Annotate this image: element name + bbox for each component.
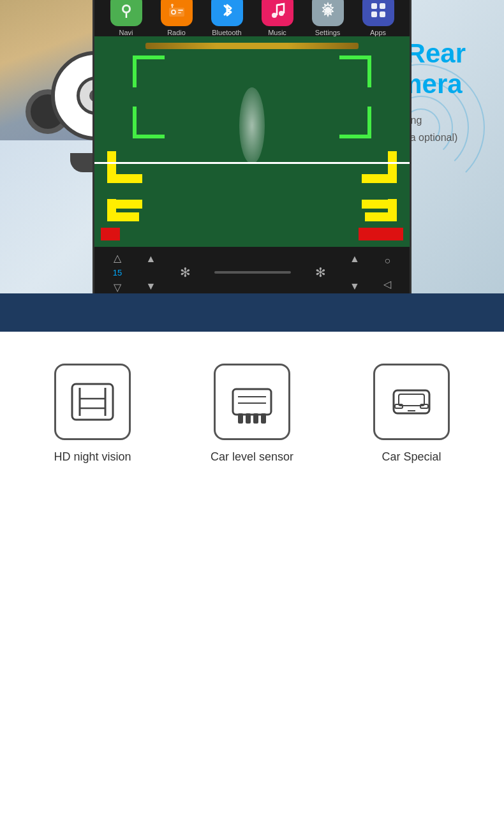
car-sensor-icon-box (214, 364, 290, 440)
features-section: HD night vision Car level sensor (0, 332, 504, 489)
navi-label: Navi (119, 29, 133, 36)
svg-line-11 (277, 4, 284, 5)
svg-rect-24 (246, 413, 251, 424)
svg-rect-30 (399, 394, 424, 406)
bluetooth-icon (211, 0, 243, 26)
app-apps[interactable]: Apps (356, 0, 401, 36)
svg-rect-26 (261, 413, 266, 424)
top-section: Support Rear View Camera Support Univers… (0, 0, 504, 293)
svg-rect-15 (371, 11, 377, 17)
bottom-controls: △ 15 ▽ ▲ ▼ ✻ ✻ ▲ ▼ ○ (94, 247, 410, 293)
volume-slider[interactable] (214, 271, 291, 274)
app-settings[interactable]: Settings (306, 0, 350, 36)
bracket-mr (339, 107, 371, 138)
svg-rect-23 (238, 413, 243, 424)
feature-car-sensor: Car level sensor (188, 364, 316, 464)
feature-hd-night: HD night vision (29, 364, 156, 464)
hd-night-label: HD night vision (54, 450, 131, 464)
yellow-left-5 (107, 212, 139, 221)
apps-label: Apps (370, 29, 386, 36)
bracket-tl (133, 55, 165, 87)
home-icon[interactable]: ○ (384, 255, 390, 267)
settings-icon (312, 0, 344, 26)
car-sensor-label: Car level sensor (211, 450, 293, 464)
radio-label: Radio (167, 29, 186, 36)
volume-control-left[interactable]: △ 15 ▽ (113, 252, 122, 293)
nav-down-icon[interactable]: ▼ (350, 281, 360, 292)
camera-feed (94, 36, 410, 247)
app-navi[interactable]: Navi (104, 0, 149, 36)
app-radio[interactable]: Radio (154, 0, 199, 36)
svg-point-4 (172, 11, 175, 13)
hd-night-icon-box (54, 364, 131, 440)
light-reflection (239, 87, 265, 164)
nav-control-right[interactable]: ▲ ▼ (350, 253, 360, 292)
yellow-right-5 (365, 212, 397, 221)
svg-rect-6 (178, 12, 181, 13)
screen-mock: ◀ ⊟ ⬇ 📶 🚫 09:31 ⌃ ▭ (93, 0, 411, 293)
top-rod (145, 43, 359, 49)
svg-rect-5 (178, 10, 183, 11)
radio-icon (161, 0, 193, 26)
svg-rect-25 (253, 413, 258, 424)
svg-point-7 (171, 4, 174, 6)
system-buttons: ○ ◁ (383, 255, 391, 290)
vol-up-solid-icon[interactable]: ▲ (146, 253, 156, 265)
vol-up-outline-icon[interactable]: △ (114, 252, 121, 264)
svg-point-1 (124, 6, 129, 11)
middle-band (0, 293, 504, 332)
volume-number: 15 (113, 268, 122, 277)
fan-right-icon[interactable]: ✻ (315, 265, 326, 280)
bracket-ml (133, 107, 165, 138)
bracket-tr (339, 55, 371, 87)
svg-rect-16 (380, 11, 385, 17)
navi-icon (110, 0, 142, 26)
back-nav-icon[interactable]: ◁ (383, 278, 391, 290)
bluetooth-label: Bluetooth (212, 29, 241, 36)
volume-control-solid[interactable]: ▲ ▼ (146, 253, 156, 292)
app-music[interactable]: Music (255, 0, 300, 36)
fan-left-icon[interactable]: ✻ (180, 265, 191, 280)
vol-down-solid-icon[interactable]: ▼ (146, 281, 156, 292)
svg-rect-17 (72, 384, 113, 420)
red-block-left (101, 228, 120, 240)
app-row: Navi Radio (94, 0, 410, 36)
red-block-right (359, 228, 403, 240)
svg-rect-13 (371, 3, 377, 9)
apps-icon (362, 0, 394, 26)
nav-up-icon[interactable]: ▲ (350, 253, 360, 265)
app-bluetooth[interactable]: Bluetooth (205, 0, 249, 36)
car-special-svg (386, 376, 437, 427)
car-special-label: Car Special (382, 450, 441, 464)
svg-rect-22 (233, 389, 271, 415)
svg-rect-14 (380, 3, 385, 9)
music-icon (262, 0, 293, 26)
yellow-left-2 (107, 151, 116, 183)
vol-down-outline-icon[interactable]: ▽ (114, 281, 121, 293)
car-special-icon-box (373, 364, 450, 440)
car-sensor-svg (226, 376, 278, 427)
music-label: Music (268, 29, 286, 36)
feature-car-special: Car Special (348, 364, 475, 464)
hd-night-svg (67, 376, 118, 427)
settings-label: Settings (315, 29, 341, 36)
yellow-right-2 (388, 151, 397, 183)
